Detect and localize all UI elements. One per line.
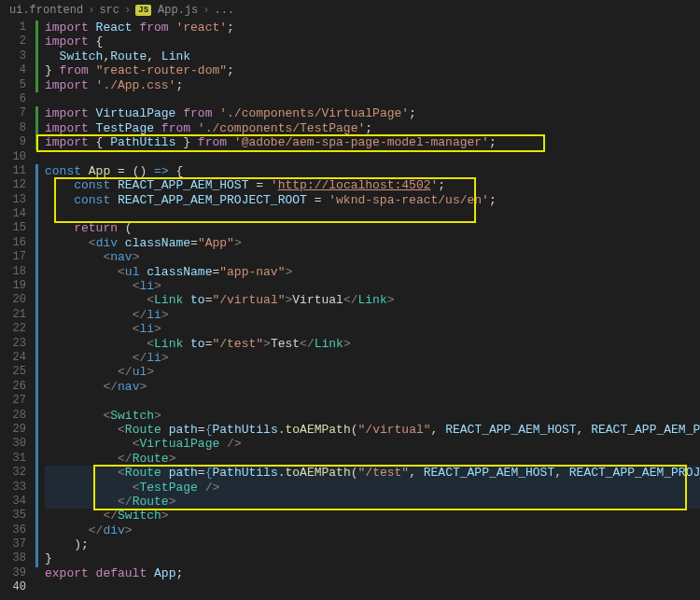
code-line[interactable]: <TestPage />: [45, 481, 700, 495]
code-line[interactable]: } from "react-router-dom";: [45, 63, 700, 77]
code-line[interactable]: import React from 'react';: [45, 21, 700, 35]
code-line[interactable]: </div>: [45, 523, 700, 537]
code-line[interactable]: </Route>: [45, 452, 700, 466]
code-line[interactable]: </li>: [45, 351, 700, 365]
editor[interactable]: 12345 678910 1112131415 1617181920 21222…: [0, 21, 700, 600]
code-line[interactable]: <li>: [45, 279, 700, 293]
chevron-right-icon: ›: [124, 4, 131, 17]
code-line[interactable]: <Link to="/virtual">Virtual</Link>: [45, 293, 700, 307]
code-line[interactable]: </ul>: [45, 365, 700, 379]
code-line[interactable]: const REACT_APP_AEM_PROJECT_ROOT = 'wknd…: [45, 193, 700, 207]
code-line[interactable]: [45, 394, 700, 408]
code-line[interactable]: const REACT_APP_AEM_HOST = 'http://local…: [45, 178, 700, 192]
line-gutter: 12345 678910 1112131415 1617181920 21222…: [0, 21, 35, 600]
code-line[interactable]: <div className="App">: [45, 236, 700, 250]
breadcrumb-item[interactable]: ui.frontend: [9, 4, 83, 17]
code-line[interactable]: </Route>: [45, 495, 700, 509]
code-line[interactable]: <VirtualPage />: [45, 437, 700, 451]
code-line[interactable]: <Route path={PathUtils.toAEMPath("/virtu…: [45, 423, 700, 437]
code-line[interactable]: return (: [45, 221, 700, 235]
breadcrumb-item[interactable]: App.js: [158, 4, 198, 17]
code-line[interactable]: export default App;: [45, 566, 700, 580]
code-line[interactable]: [45, 150, 700, 164]
code-line[interactable]: <Switch>: [45, 409, 700, 423]
js-file-icon: JS: [135, 5, 151, 16]
code-line[interactable]: Switch,Route, Link: [45, 49, 700, 63]
code-line[interactable]: import {: [45, 35, 700, 49]
code-line[interactable]: </Switch>: [45, 509, 700, 523]
code-area[interactable]: import React from 'react'; import { Swit…: [39, 21, 700, 600]
code-line[interactable]: import './App.css';: [45, 78, 700, 92]
code-line[interactable]: );: [45, 537, 700, 551]
code-line[interactable]: <Route path={PathUtils.toAEMPath("/test"…: [45, 466, 700, 480]
code-line[interactable]: import TestPage from './components/TestP…: [45, 121, 700, 135]
code-line[interactable]: import VirtualPage from './components/Vi…: [45, 106, 700, 120]
chevron-right-icon: ›: [88, 4, 94, 17]
chevron-right-icon: ›: [203, 4, 209, 17]
code-line[interactable]: [45, 92, 700, 106]
code-line[interactable]: [45, 207, 700, 221]
code-line[interactable]: </nav>: [45, 380, 700, 394]
code-line[interactable]: const App = () => {: [45, 164, 700, 178]
code-line[interactable]: <Link to="/test">Test</Link>: [45, 337, 700, 351]
code-line[interactable]: <li>: [45, 322, 700, 336]
code-line[interactable]: </li>: [45, 308, 700, 322]
code-line[interactable]: import { PathUtils } from '@adobe/aem-sp…: [45, 135, 700, 149]
code-line[interactable]: <nav>: [45, 250, 700, 264]
code-line[interactable]: <ul className="app-nav">: [45, 265, 700, 279]
breadcrumb-item[interactable]: ...: [214, 4, 234, 17]
breadcrumb: ui.frontend › src › JS App.js › ...: [0, 0, 700, 21]
code-line[interactable]: [45, 580, 700, 594]
breadcrumb-item[interactable]: src: [99, 4, 119, 17]
code-line[interactable]: }: [45, 551, 700, 565]
